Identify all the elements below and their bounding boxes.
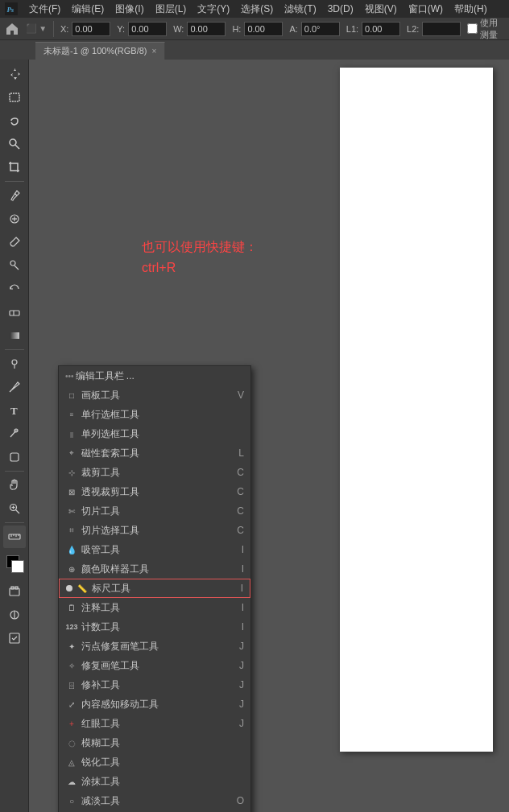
history-brush-btn[interactable] (3, 278, 26, 300)
y-input[interactable] (128, 22, 167, 36)
ruler-label: 标尺工具 (92, 582, 241, 596)
background-color[interactable] (11, 560, 24, 573)
marquee-tool-btn[interactable] (3, 86, 26, 109)
svg-point-15 (14, 429, 18, 432)
menu-item-crop[interactable]: ⊹ 裁剪工具 C (59, 463, 250, 482)
menu-layer[interactable]: 图层(L) (151, 1, 192, 18)
menu-item-healing[interactable]: ✧ 修复画笔工具 J (59, 656, 250, 675)
home-button[interactable] (5, 19, 19, 39)
l1-input[interactable] (362, 22, 400, 36)
l2-label: L2: (407, 24, 419, 34)
menu-item-color-sampler[interactable]: ⊕ 颜色取样器工具 I (59, 559, 250, 579)
menu-item-blur[interactable]: ◌ 模糊工具 (59, 733, 250, 752)
menu-item-magnetic-lasso[interactable]: ⌖ 磁性套索工具 L (59, 443, 250, 463)
menu-edit[interactable]: 编辑(E) (67, 1, 109, 18)
document-tab[interactable]: 未标题-1 @ 100%(RGB/8) × (35, 42, 165, 60)
gradient-btn[interactable] (3, 324, 26, 347)
y-label: Y: (117, 24, 125, 34)
menu-item-edit-toolbar[interactable]: ••• 编辑工具栏 ... (59, 366, 250, 385)
menu-item-dodge[interactable]: ○ 减淡工具 O (59, 791, 250, 810)
menu-item-smudge[interactable]: ☁ 涂抹工具 (59, 772, 250, 791)
w-input[interactable] (187, 22, 226, 36)
extra-tool-1[interactable] (3, 580, 26, 603)
menu-item-patch[interactable]: ⌻ 修补工具 J (59, 675, 250, 695)
menu-help[interactable]: 帮助(H) (449, 1, 492, 18)
menu-bar: Ps 文件(F) 编辑(E) 图像(I) 图层(L) 文字(Y) 选择(S) 滤… (0, 0, 509, 18)
menu-item-count[interactable]: 123 计数工具 I (59, 617, 250, 637)
main-area: T (0, 60, 509, 812)
clone-stamp-btn[interactable] (3, 254, 26, 277)
edit-toolbar-label: 编辑工具栏 ... (76, 369, 244, 383)
menu-3d[interactable]: 3D(D) (323, 2, 358, 16)
menu-window[interactable]: 窗口(W) (403, 1, 448, 18)
artboard-shortcut: V (238, 390, 244, 401)
menu-item-slice-select[interactable]: ⌗ 切片选择工具 C (59, 521, 250, 540)
quick-select-btn[interactable] (3, 133, 26, 155)
menu-view[interactable]: 视图(V) (360, 1, 402, 18)
canvas-area: 也可以使用快捷键： ctrl+R ••• 编辑工具栏 ... □ 画板工具 V … (29, 60, 509, 812)
eyedropper-btn[interactable] (3, 184, 26, 207)
color-sampler-shortcut: I (242, 563, 244, 575)
tool-options-selector[interactable]: ⬛ ▼ (26, 23, 47, 34)
menu-item-content-aware-move[interactable]: ⤢ 内容感知移动工具 J (59, 695, 250, 714)
type-btn[interactable]: T (3, 399, 26, 422)
patch-label: 修补工具 (81, 678, 239, 692)
menu-item-eyedropper[interactable]: 💧 吸管工具 I (59, 540, 250, 559)
l1-field: L1: (346, 22, 400, 36)
menu-item-perspective-crop[interactable]: ⊠ 透视裁剪工具 C (59, 482, 250, 501)
menu-image[interactable]: 图像(I) (110, 1, 148, 18)
single-col-label: 单列选框工具 (81, 427, 244, 441)
toolbar-separator-2 (5, 349, 24, 350)
svg-point-3 (10, 139, 16, 146)
menu-file[interactable]: 文件(F) (24, 1, 65, 18)
eraser-btn[interactable] (3, 301, 26, 324)
move-tool-btn[interactable] (3, 63, 26, 85)
menu-item-single-row[interactable]: ≡ 单行选框工具 (59, 405, 250, 424)
menu-item-note[interactable]: 🗒 注释工具 I (59, 598, 250, 617)
extra-tool-3[interactable] (3, 627, 26, 649)
color-swatch-area[interactable] (3, 552, 26, 578)
menu-item-ruler[interactable]: 📏 标尺工具 I (59, 579, 250, 598)
blur-icon: ◌ (65, 736, 78, 749)
toolbar-separator-3 (5, 471, 24, 472)
x-field: X: (60, 22, 110, 36)
use-measurement-checkbox[interactable] (467, 23, 478, 34)
dodge-btn[interactable] (3, 352, 26, 375)
tab-close-button[interactable]: × (152, 47, 157, 56)
pen-btn[interactable] (3, 376, 26, 398)
smudge-label: 涂抹工具 (81, 775, 244, 789)
color-sampler-label: 颜色取样器工具 (81, 563, 242, 576)
l2-input[interactable] (422, 22, 461, 36)
menu-item-sharpen[interactable]: ◬ 锐化工具 (59, 752, 250, 772)
extra-tool-2[interactable] (3, 604, 26, 626)
menu-item-spot-healing[interactable]: ✦ 污点修复画笔工具 J (59, 637, 250, 656)
hand-btn[interactable] (3, 474, 26, 497)
svg-rect-31 (10, 633, 19, 643)
healing-btn[interactable] (3, 208, 26, 230)
h-input[interactable] (244, 22, 283, 36)
spot-healing-label: 污点修复画笔工具 (81, 640, 239, 653)
menu-item-slice[interactable]: ✄ 切片工具 C (59, 501, 250, 521)
menu-type[interactable]: 文字(Y) (192, 1, 234, 18)
a-input[interactable] (301, 22, 340, 36)
left-toolbar: T (0, 60, 29, 812)
h-label: H: (232, 24, 241, 34)
menu-filter[interactable]: 滤镜(T) (279, 1, 321, 18)
menu-item-red-eye[interactable]: + 红眼工具 J (59, 714, 250, 733)
shape-btn[interactable] (3, 446, 26, 468)
crop-tool-btn[interactable] (3, 156, 26, 179)
ruler-tool-active-btn[interactable] (3, 526, 26, 548)
menu-select[interactable]: 选择(S) (236, 1, 278, 18)
tool-dropdown-arrow: ▼ (39, 24, 47, 33)
menu-item-artboard[interactable]: □ 画板工具 V (59, 385, 250, 405)
lasso-tool-btn[interactable] (3, 109, 26, 132)
toolbar-separator-4 (5, 522, 24, 523)
x-input[interactable] (72, 22, 110, 36)
menu-item-single-col[interactable]: || 单列选框工具 (59, 424, 250, 443)
artboard-label: 画板工具 (81, 389, 238, 402)
path-select-btn[interactable] (3, 422, 26, 445)
brush-btn[interactable] (3, 231, 26, 253)
zoom-btn[interactable] (3, 497, 26, 520)
dodge-menu-icon: ○ (65, 794, 78, 807)
note-icon: 🗒 (65, 601, 78, 614)
